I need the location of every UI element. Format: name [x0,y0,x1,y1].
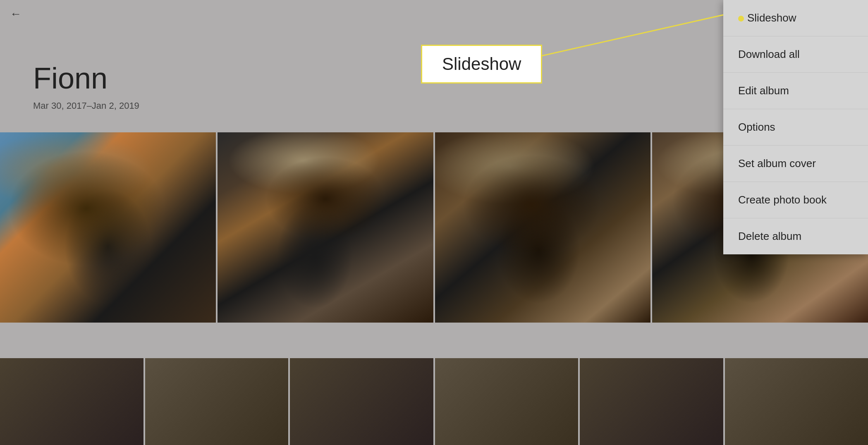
album-info: Fionn Mar 30, 2017–Jan 2, 2019 [33,62,139,111]
filmstrip [0,358,868,445]
album-date: Mar 30, 2017–Jan 2, 2019 [33,100,139,111]
photo-1[interactable] [0,132,216,323]
filmstrip-cell[interactable] [290,358,433,445]
svg-line-0 [518,15,723,61]
menu-dot [738,16,744,22]
slideshow-callout: Slideshow [421,45,542,84]
dropdown-menu: Slideshow Download all Edit album Option… [723,0,868,254]
menu-item-edit-album[interactable]: Edit album [723,73,868,109]
menu-item-set-album-cover[interactable]: Set album cover [723,146,868,182]
menu-item-delete-album[interactable]: Delete album [723,218,868,254]
menu-item-slideshow[interactable]: Slideshow [723,0,868,36]
filmstrip-cell[interactable] [435,358,579,445]
filmstrip-cell[interactable] [0,358,143,445]
photo-2[interactable] [218,132,433,323]
filmstrip-cell[interactable] [580,358,723,445]
back-button[interactable]: ← [10,7,22,21]
filmstrip-cell[interactable] [725,358,868,445]
photo-3[interactable] [435,132,651,323]
menu-item-options[interactable]: Options [723,109,868,146]
album-title: Fionn [33,62,139,95]
menu-item-download-all[interactable]: Download all [723,36,868,73]
filmstrip-cell[interactable] [145,358,289,445]
menu-item-create-photo-book[interactable]: Create photo book [723,182,868,218]
